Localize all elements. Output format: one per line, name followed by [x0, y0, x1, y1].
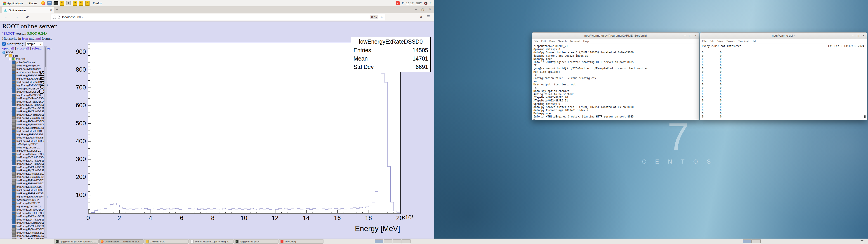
tree-item[interactable]: highEnergyMultiplicity [10, 67, 40, 70]
tree-node-Files[interactable]: −Files [5, 54, 18, 57]
overflow-chevrons-icon[interactable]: » [420, 15, 422, 19]
task-button-doc[interactable]: EventClustering.cpp (~/Programs/... [189, 239, 234, 244]
terminal1-content[interactable]: /TapeData/G22-88/R3_21Opening dataspy 0d… [532, 44, 699, 120]
files-launcher[interactable] [47, 1, 52, 6]
terminal-window-build[interactable]: npg@carme-gsi:~/Programs/CARME_Sort/buil… [532, 32, 700, 120]
task-button-term[interactable]: >_npg@carme-gsi:~/Programs/CAR... [54, 239, 98, 244]
tree-item[interactable]: lowEnergyXYTotalDSSD0 [10, 100, 45, 103]
network-icon[interactable]: ⌨? [416, 2, 422, 5]
terminal-launcher[interactable]: >_ [53, 1, 58, 6]
tree-item[interactable]: highEnergyExEyDSSD1 [10, 133, 43, 136]
tree-item[interactable]: lowEnergyMultiplicity [10, 64, 39, 67]
window-minimize-button[interactable]: – [415, 8, 417, 11]
tree-item[interactable]: lowEnergyExXRateDSSD0 [10, 103, 46, 106]
tree-item[interactable]: xyMultiplicityDSSD0 [10, 87, 39, 90]
midas-launcher-3[interactable]: M [79, 1, 84, 6]
url-bar[interactable]: localhost:8085 80% ☆ [51, 14, 385, 20]
tree-item[interactable]: highEnergyExEyDSSDPair2 [10, 195, 48, 198]
applications-menu[interactable]: Applications [0, 0, 26, 6]
menu-edit[interactable]: Edit [541, 40, 546, 43]
menu-search[interactable]: Search [726, 40, 735, 43]
tree-item[interactable]: lowEnergyExTotalDSSD2 [10, 231, 44, 234]
reload-button[interactable]: ⟳ [26, 15, 29, 19]
terminal2-content[interactable]: Every 2.0s: cat rates.txt Fri Feb 9 13:1… [700, 44, 867, 120]
new-tab-button[interactable]: + [56, 7, 58, 12]
task-button-folder[interactable]: CARME_Sort [144, 239, 188, 244]
tree-item[interactable]: lowEnergyEyRateDSSD0 [10, 123, 44, 126]
terminal1-maximize-button[interactable]: ▢ [689, 34, 691, 37]
tree-item[interactable]: highEnergyExEyDSSDPair1 [10, 140, 48, 143]
power-icon[interactable]: ⏻ [430, 1, 432, 5]
tree-item[interactable]: absPulserVsChannel [10, 70, 40, 74]
tree-item[interactable]: lowEnergyExTotalDSSD1 [10, 175, 44, 179]
workspace-cell[interactable] [384, 240, 393, 243]
tree-item[interactable]: lowEnergyXYRateDSSD1 [10, 152, 45, 156]
window-close-button[interactable]: ✕ [429, 8, 431, 11]
tree-item[interactable]: lowEnergyXYRateDSSD0 [10, 97, 45, 100]
workspace-cell[interactable] [743, 240, 752, 243]
task-button-anydesk[interactable]: [AnyDesk] [279, 239, 323, 244]
tree-item[interactable]: lowEnergyXYDSSD1 [10, 146, 40, 149]
scrollbar-thumb[interactable] [45, 48, 46, 67]
bookmark-star-icon[interactable]: ☆ [380, 15, 383, 19]
midas-launcher-4[interactable]: M [85, 1, 90, 6]
tree-item[interactable]: lowEnergyExRateDSSD1 [10, 182, 44, 185]
tree-item[interactable]: lowEnergyEyTotalDSSD1 [10, 172, 44, 175]
stats-box[interactable]: lowEnergyExRateDSSD0 Entries14505Mean147… [351, 37, 431, 72]
menu-view[interactable]: View [549, 40, 555, 43]
workspace-cell[interactable] [393, 240, 401, 243]
tree-item[interactable]: lowEnergyExXTotalDSSD0 [10, 110, 46, 113]
terminal1-titlebar[interactable]: npg@carme-gsi:~/Programs/CARME_Sort/buil… [532, 33, 699, 39]
tree-item[interactable]: lowEnergyExXTotalDSSD1 [10, 165, 46, 169]
tab-online-server[interactable]: Online server ✕ [2, 7, 54, 13]
task-button-term[interactable]: >_npg@carme-gsi:~ [234, 239, 278, 244]
zoom-level-button[interactable]: 80% [370, 15, 378, 19]
tree-item[interactable]: lowEnergyExRateDSSD0 [10, 126, 44, 129]
tree-item[interactable]: lowEnergyEyTotalDSSD0 [10, 116, 44, 120]
back-button[interactable]: ← [4, 15, 8, 19]
menu-terminal[interactable]: Terminal [570, 40, 580, 43]
tree-item[interactable]: lowEnergyEyYTotalDSSD1 [10, 169, 46, 172]
tree-item[interactable]: xyMultiplicityDSSD1 [10, 143, 39, 146]
tree-item[interactable]: lowEnergyXYDSSD0 [10, 90, 40, 93]
volume-muted-icon[interactable]: 🔇 [424, 2, 428, 5]
tree-node-ROOT[interactable]: ROOT [2, 51, 13, 54]
tab-close-icon[interactable]: ✕ [50, 8, 52, 12]
terminal1-close-button[interactable]: ✕ [694, 34, 697, 37]
workspace-switcher-right[interactable] [743, 240, 761, 243]
menu-edit[interactable]: Edit [710, 40, 714, 43]
tree-item[interactable]: lowEnergyEyTotalDSSD2 [10, 228, 44, 231]
menu-help[interactable]: Help [752, 40, 757, 43]
midas-launcher-1[interactable]: M [60, 1, 65, 6]
tree-item[interactable]: lowEnergyEyYRateDSSD0 [10, 106, 46, 110]
tree-item[interactable]: lowEnergyEyYRateDSSD2 [10, 218, 46, 221]
menu-terminal[interactable]: Terminal [738, 40, 748, 43]
camera-launcher[interactable] [66, 1, 71, 6]
places-menu[interactable]: Places [26, 0, 40, 6]
tree-item[interactable]: lowEnergyEyRateDSSD2 [10, 234, 44, 238]
workspace-cell[interactable] [375, 240, 383, 243]
tree-item[interactable]: lowEnergyXYTotalDSSD1 [10, 156, 45, 159]
menu-view[interactable]: View [717, 40, 723, 43]
workspace-cell[interactable] [402, 240, 410, 243]
workspace-switcher-left[interactable] [375, 240, 410, 243]
terminal2-close-button[interactable]: ✕ [862, 34, 865, 37]
tree-item[interactable]: lowEnergyEyRateDSSD1 [10, 179, 44, 182]
tree-item[interactable]: lowEnergyExEyPairDSSD2 [10, 192, 46, 195]
menu-file[interactable]: File [702, 40, 706, 43]
tree-item[interactable]: lowEnergyEyYRateDSSD1 [10, 162, 46, 165]
forward-button[interactable]: → [15, 15, 19, 19]
trash-icon[interactable] [860, 240, 864, 243]
url-text[interactable]: localhost:8085 [62, 16, 370, 19]
tree-item[interactable]: lowEnergyEyYTotalDSSD0 [10, 113, 46, 116]
collapse-box[interactable]: − [5, 55, 8, 57]
menu-help[interactable]: Help [583, 40, 589, 43]
window-maximize-button[interactable]: ▢ [421, 8, 424, 11]
collapse-box[interactable]: − [8, 58, 11, 60]
tree-item[interactable]: lowEnergyEyYTotalDSSD2 [10, 224, 46, 228]
terminal2-minimize-button[interactable]: – [852, 34, 854, 37]
tree-item[interactable]: highEnergyXYDSSD1 [10, 149, 41, 152]
page-info-icon[interactable] [58, 16, 60, 19]
tree-item[interactable]: lowEnergyExEyPairDSSD1 [10, 136, 46, 139]
terminal2-maximize-button[interactable]: ▢ [857, 34, 859, 37]
